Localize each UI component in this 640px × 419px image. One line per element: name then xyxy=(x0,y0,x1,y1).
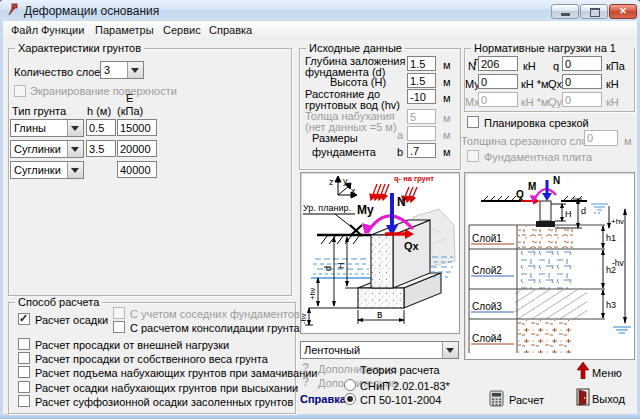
cut-layer-unit: м xyxy=(624,135,632,147)
soil-e-input-1[interactable] xyxy=(117,119,157,136)
chevron-down-icon xyxy=(131,68,139,77)
subsidence-ext-checkbox[interactable] xyxy=(18,338,30,350)
chevron-down-icon xyxy=(71,147,79,156)
menu-functions[interactable]: Функции xyxy=(41,24,84,36)
size-a-unit: м xyxy=(443,129,451,141)
qy-unit: кН xyxy=(606,96,619,108)
subsidence-ext-label: Расчет просадки от внешней нагрузки xyxy=(35,339,229,351)
soil-type-combo-3[interactable]: Суглинки xyxy=(10,161,84,179)
soil-type-value-3: Суглинки xyxy=(11,162,67,178)
foundation-diagram-svg: Ур. планир. z y x q- на грунт xyxy=(301,173,457,331)
foundation-type-dropdown-button[interactable] xyxy=(442,342,458,358)
depth-input[interactable] xyxy=(407,56,436,71)
menu-service[interactable]: Сервис xyxy=(163,24,201,36)
maximize-icon xyxy=(590,8,600,17)
diagram1-z-label: z xyxy=(329,177,334,187)
calculator-icon[interactable] xyxy=(489,390,504,407)
diagram2-h1-label: h1 xyxy=(606,233,616,243)
layers-count-combo[interactable]: 3 xyxy=(100,61,144,79)
col-header-type: Тип грунта xyxy=(12,105,66,117)
soil-type-value-1: Глины xyxy=(11,120,67,136)
size-b-label: b xyxy=(397,146,403,158)
my-input[interactable] xyxy=(478,74,518,89)
soil-type-value-2: Суглинки xyxy=(11,141,67,157)
mx-unit: кН *м xyxy=(521,96,549,108)
help-link[interactable]: Справка xyxy=(300,393,346,405)
screening-checkbox xyxy=(14,85,26,97)
question-icon: ? xyxy=(302,375,309,389)
planning-checkbox[interactable] xyxy=(467,116,479,128)
soil-type-dropdown-2[interactable] xyxy=(67,141,83,157)
frame-bottom xyxy=(0,414,640,419)
consolidation-checkbox[interactable] xyxy=(113,321,125,333)
qx-input[interactable] xyxy=(562,74,602,89)
layers-count-dropdown-button[interactable] xyxy=(127,62,143,78)
diagram1-width-label: в xyxy=(377,309,382,320)
exit-door-icon[interactable] xyxy=(576,388,590,406)
q-unit: кПа xyxy=(606,60,625,72)
plate-checkbox xyxy=(467,150,479,162)
suffusion-checkbox[interactable] xyxy=(18,395,30,407)
size-b-unit: м xyxy=(443,146,451,158)
planning-label: Планировка срезкой xyxy=(484,117,589,129)
diagram1-q-label: q- на грунт xyxy=(394,174,434,183)
height-label: Высота (H) xyxy=(330,76,386,88)
diagram2-h-label: H xyxy=(565,209,572,219)
swell-dry-checkbox[interactable] xyxy=(18,381,30,393)
size-label-2: фундамента xyxy=(312,146,376,158)
menu-button[interactable]: Меню xyxy=(592,367,622,379)
diagram1-level-label: Ур. планир. xyxy=(303,203,351,213)
my-unit: кН *м xyxy=(521,78,549,90)
soil-type-dropdown-3[interactable] xyxy=(67,162,83,178)
screening-label: Экранирование поверхности xyxy=(30,85,177,97)
soil-h-input-2[interactable] xyxy=(86,140,116,157)
diagram2-d-label: d xyxy=(581,206,586,216)
swell-input xyxy=(407,109,436,124)
theory-title: Теория расчета xyxy=(360,364,440,376)
soil-e-input-3[interactable] xyxy=(117,161,157,178)
neighbors-checkbox xyxy=(113,307,125,319)
menu-arrow-icon[interactable] xyxy=(577,362,589,379)
minimize-button[interactable] xyxy=(551,4,579,19)
soil-e-input-2[interactable] xyxy=(117,140,157,157)
mx-input xyxy=(478,92,518,107)
menu-file[interactable]: Файл xyxy=(11,24,38,36)
close-button[interactable]: ✕ xyxy=(609,4,637,19)
diagram1-qx-label: Qx xyxy=(404,240,420,252)
diagram1-x-label: x xyxy=(351,186,356,196)
theory-radio-sp[interactable] xyxy=(344,393,356,405)
diagram2-hvp-label: +hv xyxy=(611,217,624,226)
col-header-h: h (м) xyxy=(87,105,111,117)
layer2-label: Слой2 xyxy=(472,265,502,276)
calc-button[interactable]: Расчет xyxy=(509,394,544,406)
n-input[interactable] xyxy=(478,56,518,71)
layers-diagram: Q M N H d +hv xyxy=(464,172,635,360)
foundation-diagram: Ур. планир. z y x q- на грунт xyxy=(300,172,460,334)
soil-type-combo-2[interactable]: Суглинки xyxy=(10,140,84,158)
soil-h-input-1[interactable] xyxy=(86,119,116,136)
menu-parameters[interactable]: Параметры xyxy=(95,24,154,36)
qy-input xyxy=(562,92,602,107)
water-input[interactable] xyxy=(407,89,436,104)
heave-wet-checkbox[interactable] xyxy=(18,366,30,378)
soil-type-combo-1[interactable]: Глины xyxy=(10,119,84,137)
layer3-label: Слой3 xyxy=(472,301,502,312)
q-input[interactable] xyxy=(562,56,602,71)
exit-button[interactable]: Выход xyxy=(592,393,625,405)
settlement-checkbox[interactable] xyxy=(18,313,30,325)
size-b-input[interactable] xyxy=(407,143,436,158)
window-title: Деформации основания xyxy=(24,4,159,18)
subsidence-own-checkbox[interactable] xyxy=(18,352,30,364)
soil-type-dropdown-1[interactable] xyxy=(67,120,83,136)
diagram2-h3-label: h3 xyxy=(606,300,616,310)
layer1-label: Слой1 xyxy=(472,233,502,244)
foundation-type-combo[interactable]: Ленточный xyxy=(300,341,459,359)
menu-help[interactable]: Справка xyxy=(209,24,252,36)
height-input[interactable] xyxy=(407,73,436,88)
diagram2-n-label: N xyxy=(553,175,560,186)
theory-radio-snip[interactable] xyxy=(344,379,356,391)
layers-diagram-svg: Q M N H d +hv xyxy=(465,173,632,357)
n-label: N xyxy=(468,60,476,72)
maximize-button[interactable] xyxy=(580,4,608,19)
settlement-label: Расчет осадки xyxy=(35,314,108,326)
